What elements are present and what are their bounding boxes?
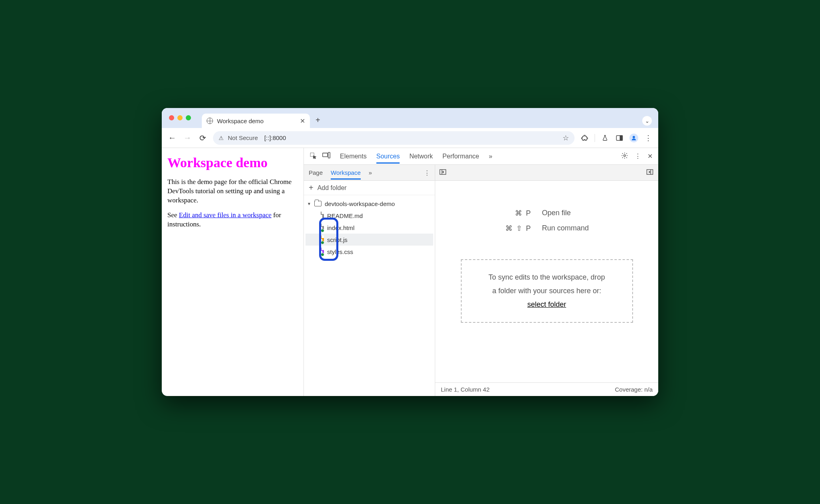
- sync-dot-icon: [321, 241, 324, 244]
- tree-file-styles[interactable]: styles.css: [305, 246, 433, 258]
- folder-icon: [314, 201, 322, 206]
- minimize-window-button[interactable]: [177, 115, 183, 120]
- reload-button[interactable]: ⟳: [198, 133, 207, 143]
- close-devtools-button[interactable]: ✕: [647, 152, 653, 160]
- file-icon: [322, 224, 324, 232]
- tab-elements[interactable]: Elements: [340, 149, 367, 164]
- folder-name: devtools-workspace-demo: [325, 200, 395, 207]
- disclosure-triangle-icon: ▼: [307, 202, 311, 206]
- back-button[interactable]: ←: [167, 133, 177, 142]
- dropzone-text-1: To sync edits to the workspace, drop: [474, 270, 620, 284]
- show-debugger-button[interactable]: [646, 169, 654, 177]
- devtools-tabbar: Elements Sources Network Performance » ⋮…: [304, 148, 658, 165]
- tab-sources[interactable]: Sources: [376, 149, 400, 164]
- browser-window: Workspace demo ✕ + ⌄ ← → ⟳ ⚠ Not Secure …: [162, 108, 658, 396]
- coverage-status: Coverage: n/a: [615, 386, 653, 393]
- plus-icon: +: [309, 183, 314, 192]
- globe-icon: [207, 118, 213, 124]
- close-window-button[interactable]: [169, 115, 174, 120]
- svg-rect-1: [620, 136, 623, 140]
- page-paragraph-1: This is the demo page for the official C…: [167, 178, 298, 205]
- forward-button[interactable]: →: [183, 133, 192, 142]
- shortcut-run-command: ⌘ ⇧ P Run command: [492, 224, 602, 233]
- cursor-position: Line 1, Column 42: [441, 386, 490, 393]
- tree-file-index[interactable]: index.html: [305, 222, 433, 234]
- devtools-body: Page Workspace » ⋮ + Add folder ▼: [304, 165, 658, 396]
- window-controls: [169, 115, 191, 120]
- file-icon: [322, 236, 324, 244]
- content-area: Workspace demo This is the demo page for…: [162, 148, 658, 396]
- separator: [595, 134, 595, 142]
- sync-dot-icon: [321, 229, 324, 232]
- tab-strip: Workspace demo ✕ + ⌄: [162, 108, 658, 128]
- shortcut-label: Run command: [542, 224, 602, 233]
- sidebar-tab-page[interactable]: Page: [309, 166, 323, 180]
- devtools-menu-button[interactable]: ⋮: [635, 152, 641, 160]
- tree-file-readme[interactable]: README.md: [305, 210, 433, 222]
- editor-empty-state: ⌘ P Open file ⌘ ⇧ P Run command To sync …: [435, 181, 658, 382]
- sidebar-menu-button[interactable]: ⋮: [424, 169, 430, 176]
- tab-network[interactable]: Network: [409, 149, 433, 164]
- new-tab-button[interactable]: +: [316, 116, 320, 125]
- dropzone-text-2: a folder with your sources here or:: [474, 284, 620, 298]
- add-folder-button[interactable]: + Add folder: [304, 181, 435, 195]
- tab-title: Workspace demo: [217, 118, 263, 124]
- tab-list-button[interactable]: ⌄: [642, 116, 652, 126]
- editor-tabbar: [435, 165, 658, 181]
- editor-pane: ⌘ P Open file ⌘ ⇧ P Run command To sync …: [435, 165, 658, 396]
- select-folder-link[interactable]: select folder: [527, 300, 566, 308]
- page-heading: Workspace demo: [167, 155, 298, 170]
- extensions-button[interactable]: [580, 134, 589, 142]
- shortcut-open-file: ⌘ P Open file: [492, 209, 602, 218]
- sources-sidebar: Page Workspace » ⋮ + Add folder ▼: [304, 165, 435, 396]
- close-tab-button[interactable]: ✕: [300, 117, 305, 125]
- page-paragraph-2: See Edit and save files in a workspace f…: [167, 211, 298, 229]
- more-tabs-button[interactable]: »: [489, 153, 492, 160]
- shortcut-label: Open file: [542, 209, 602, 218]
- profile-button[interactable]: [629, 134, 638, 142]
- svg-point-6: [624, 154, 626, 156]
- file-name: script.js: [327, 236, 348, 243]
- tree-folder[interactable]: ▼ devtools-workspace-demo: [305, 198, 433, 210]
- browser-toolbar: ← → ⟳ ⚠ Not Secure [::]:8000 ☆ ⋮: [162, 128, 658, 148]
- tab-performance[interactable]: Performance: [442, 149, 479, 164]
- workspace-dropzone[interactable]: To sync edits to the workspace, drop a f…: [461, 259, 633, 323]
- not-secure-label: Not Secure: [228, 134, 258, 141]
- file-name: README.md: [327, 212, 363, 219]
- file-icon: [322, 212, 324, 220]
- devtools-panel: Elements Sources Network Performance » ⋮…: [304, 148, 658, 396]
- address-bar[interactable]: ⚠ Not Secure [::]:8000 ☆: [213, 131, 575, 145]
- settings-button[interactable]: [621, 152, 628, 161]
- file-name: styles.css: [327, 248, 353, 255]
- shortcut-keys: ⌘ ⇧ P: [492, 224, 532, 233]
- svg-rect-4: [323, 153, 328, 156]
- sidebar-more-tabs-button[interactable]: »: [369, 169, 372, 176]
- file-icon: [322, 248, 324, 256]
- device-toolbar-button[interactable]: [322, 152, 330, 161]
- svg-point-2: [633, 136, 635, 138]
- browser-tab[interactable]: Workspace demo ✕: [202, 114, 310, 128]
- rendered-page: Workspace demo This is the demo page for…: [162, 148, 304, 396]
- add-folder-label: Add folder: [318, 184, 347, 192]
- sync-dot-icon: [321, 253, 324, 256]
- editor-statusbar: Line 1, Column 42 Coverage: n/a: [435, 382, 658, 396]
- browser-menu-button[interactable]: ⋮: [644, 134, 653, 142]
- shortcut-keys: ⌘ P: [492, 209, 532, 218]
- sources-sidebar-tabs: Page Workspace » ⋮: [304, 165, 435, 181]
- file-tree: ▼ devtools-workspace-demo README.md inde…: [304, 195, 435, 396]
- sidebar-tab-workspace[interactable]: Workspace: [331, 166, 361, 180]
- maximize-window-button[interactable]: [186, 115, 191, 120]
- side-panel-button[interactable]: [615, 134, 624, 142]
- tutorial-link[interactable]: Edit and save files in a workspace: [179, 211, 271, 219]
- url-text: [::]:8000: [264, 134, 286, 141]
- inspect-element-button[interactable]: [310, 152, 318, 161]
- bookmark-button[interactable]: ☆: [563, 134, 569, 142]
- tree-file-script[interactable]: script.js: [305, 234, 433, 246]
- svg-rect-5: [328, 152, 330, 158]
- show-navigator-button[interactable]: [439, 169, 447, 177]
- labs-button[interactable]: [601, 134, 609, 142]
- file-name: index.html: [327, 224, 354, 231]
- warning-icon: ⚠: [219, 135, 224, 141]
